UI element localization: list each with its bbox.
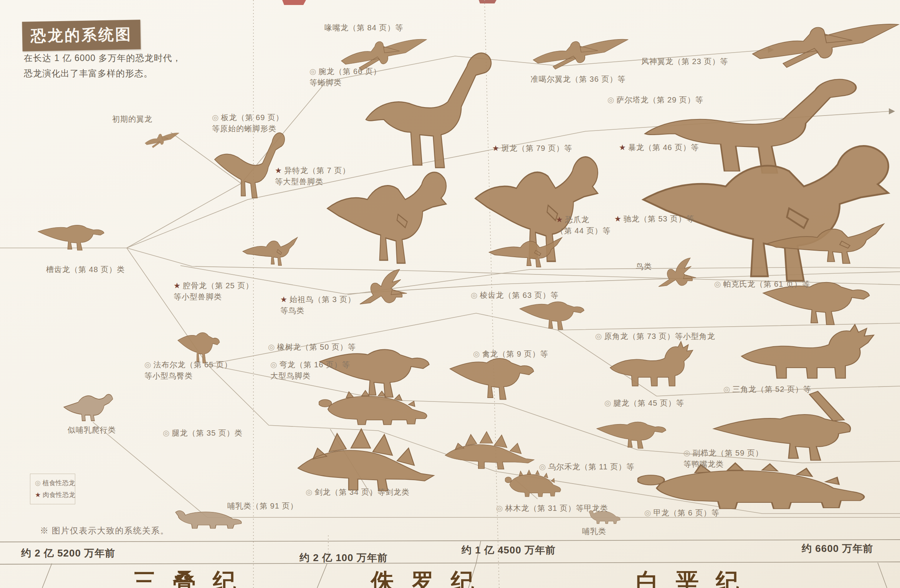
ankylosaurus-illustration bbox=[637, 463, 864, 509]
jurassic-mammal-illustration bbox=[175, 511, 242, 529]
label-thecodontosaurus: 槽齿龙（第 48 页）类 bbox=[46, 264, 125, 275]
label-hypsilophodon: ◎棱齿龙（第 63 页）等 bbox=[471, 290, 559, 301]
legend-carnivore-label: 肉食性恐龙 bbox=[43, 491, 75, 499]
timeline-date-jurassic-start: 约 2 亿 100 万年前 bbox=[299, 551, 388, 565]
cretaceous-bird-illustration bbox=[658, 258, 696, 287]
label-dsungaripterus: 准噶尔翼龙（第 36 页）等 bbox=[531, 74, 625, 85]
herbivore-marker-icon: ◎ bbox=[496, 504, 503, 512]
quetzalcoatlus-illustration bbox=[753, 24, 898, 68]
coelophysis-illustration bbox=[243, 237, 298, 265]
label-stegosaurus: ◎剑龙（第 34 页）等剑龙类 bbox=[306, 487, 410, 498]
label-tyrannosaurus: ★暴龙（第 46 页）等 bbox=[619, 142, 699, 153]
label-parksosaurus: ◎帕克氏龙（第 61 页）等 bbox=[714, 279, 810, 290]
label-coelophysis: ★腔骨龙（第 25 页）等小型兽脚类 bbox=[174, 280, 253, 302]
label-wuerhosaurus: ◎乌尔禾龙（第 11 页）等 bbox=[539, 461, 634, 472]
saltasaurus-illustration bbox=[645, 79, 856, 173]
label-jurassic-mammals: 哺乳类（第 91 页） bbox=[227, 500, 298, 512]
early-pterosaur-illustration bbox=[145, 133, 179, 148]
legend-herbivore: ◎植食性恐龙 bbox=[35, 477, 75, 489]
herbivore-marker-icon: ◎ bbox=[471, 291, 478, 299]
herbivore-marker-icon: ◎ bbox=[539, 462, 546, 471]
triceratops-illustration bbox=[741, 325, 874, 378]
carnivore-marker-icon: ★ bbox=[275, 166, 282, 175]
herbivore-marker-icon: ◎ bbox=[306, 488, 313, 496]
label-triceratops: ◎三角龙（第 52 页）等 bbox=[723, 384, 811, 395]
timeline-date-triassic-start: 约 2 亿 5200 万年前 bbox=[21, 547, 115, 560]
protoceratops-illustration bbox=[610, 342, 693, 386]
label-birds: 鸟类 bbox=[636, 261, 652, 272]
herbivore-marker-icon: ◎ bbox=[723, 385, 730, 393]
timeline-date-cretaceous-start: 约 1 亿 4500 万年前 bbox=[462, 543, 556, 557]
label-deinonychus: ★恐爪龙（第 44 页）等 bbox=[556, 214, 610, 236]
brachiosaurus-illustration bbox=[366, 53, 491, 168]
carnivore-marker-icon: ★ bbox=[492, 144, 500, 152]
period-triassic: 三叠纪 bbox=[133, 567, 253, 588]
label-ankylosaurus: ◎甲龙（第 6 页）等 bbox=[644, 507, 720, 519]
archaeopteryx-illustration bbox=[360, 269, 407, 304]
herbivore-marker-icon: ◎ bbox=[212, 113, 219, 122]
label-protoceratops: ◎原角龙（第 73 页）等小型角龙 bbox=[595, 331, 715, 342]
label-plateosaurus: ◎板龙（第 69 页）等原始的蜥脚形类 bbox=[212, 112, 284, 134]
legend-carnivore: ★肉食性恐龙 bbox=[35, 489, 75, 501]
label-camptosaurus: ◎弯龙（第 16 页）等大型鸟脚类 bbox=[270, 359, 350, 382]
label-dryosaurus: ◎橡树龙（第 50 页）等 bbox=[268, 342, 356, 353]
page-edge-marks bbox=[282, 0, 496, 5]
footnote: ※ 图片仅表示大致的系统关系。 bbox=[40, 525, 169, 537]
label-silvisaurus: ◎林木龙（第 31 页）等甲龙类 bbox=[496, 503, 608, 514]
herbivore-marker-icon: ◎ bbox=[163, 429, 170, 437]
period-cretaceous: 白垩纪 bbox=[636, 567, 756, 588]
carnivore-marker-icon: ★ bbox=[556, 215, 563, 224]
label-cretaceous-mammals: 哺乳类 bbox=[582, 526, 606, 537]
herbivore-marker-icon: ◎ bbox=[309, 67, 316, 76]
hypsilophodon-illustration bbox=[520, 302, 584, 329]
label-iguanodon: ◎禽龙（第 9 页）等 bbox=[473, 349, 548, 360]
label-rhamphorhynchus: 喙嘴龙（第 84 页）等 bbox=[324, 22, 403, 33]
wuerhosaurus-illustration bbox=[445, 432, 534, 469]
legend-herbivore-label: 植食性恐龙 bbox=[43, 479, 75, 487]
thecodontosaurus-illustration bbox=[38, 225, 104, 250]
herbivore-marker-icon: ◎ bbox=[595, 332, 602, 340]
timeline-date-cretaceous-end: 约 6600 万年前 bbox=[802, 542, 873, 555]
carnivore-marker-icon: ★ bbox=[619, 143, 626, 152]
herbivore-marker-icon: ◎ bbox=[607, 96, 614, 104]
label-quetzalcoatlus: 风神翼龙（第 23 页）等 bbox=[641, 56, 728, 67]
tenontosaurus-illustration bbox=[597, 422, 666, 448]
arrow-right-icon bbox=[889, 108, 895, 114]
period-jurassic: 侏罗纪 bbox=[371, 567, 491, 588]
label-saltasaurus: ◎萨尔塔龙（第 29 页）等 bbox=[607, 94, 703, 106]
label-allosaurus: ★异特龙（第 7 页）等大型兽脚类 bbox=[275, 165, 350, 187]
fabrosaurus-illustration bbox=[178, 333, 220, 363]
carnivore-marker-icon: ★ bbox=[35, 491, 41, 499]
plateosaurus-illustration bbox=[215, 133, 285, 198]
herbivore-marker-icon: ◎ bbox=[270, 360, 277, 369]
page-subtitle-line1: 在长达 1 亿 6000 多万年的恐龙时代， bbox=[24, 52, 182, 64]
carnivore-marker-icon: ★ bbox=[174, 281, 181, 290]
page-title: 恐龙的系统图 bbox=[22, 20, 141, 51]
herbivore-marker-icon: ◎ bbox=[144, 360, 151, 369]
herbivore-marker-icon: ◎ bbox=[473, 350, 480, 358]
label-megalosaurus: ★斑龙（第 79 页）等 bbox=[492, 143, 572, 154]
legend: ◎植食性恐龙 ★肉食性恐龙 bbox=[30, 474, 75, 504]
page-subtitle-line2: 恐龙演化出了丰富多样的形态。 bbox=[24, 68, 153, 79]
herbivore-marker-icon: ◎ bbox=[35, 479, 41, 487]
label-fabrosaurus: ◎法布尔龙（第 65 页）等小型鸟臀类 bbox=[144, 359, 232, 382]
label-archaeopteryx: ★始祖鸟（第 3 页）等鸟类 bbox=[280, 294, 356, 316]
scelidosaurus-illustration bbox=[319, 390, 427, 424]
label-tenontosaurus: ◎腱龙（第 45 页）等 bbox=[604, 398, 684, 409]
dinosaur-phylogeny-page: 恐龙的系统图 在长达 1 亿 6000 多万年的恐龙时代， 恐龙演化出了丰富多样… bbox=[0, 0, 900, 588]
label-parasaurolophus: ◎副栉龙（第 59 页）等鸭嘴龙类 bbox=[683, 448, 763, 470]
carnivore-marker-icon: ★ bbox=[614, 215, 622, 223]
dinosaur-illustrations bbox=[38, 24, 898, 529]
label-early-pterosaur: 初期的翼龙 bbox=[112, 114, 152, 125]
phylogeny-artwork bbox=[0, 0, 900, 588]
herbivore-marker-icon: ◎ bbox=[644, 509, 651, 517]
label-scelidosaurus: ◎腿龙（第 35 页）类 bbox=[163, 428, 243, 439]
label-brachiosaurus: ◎腕龙（第 66 页）等蜥脚类 bbox=[309, 66, 381, 88]
carnivore-marker-icon: ★ bbox=[280, 295, 288, 304]
mammal-like-reptile-illustration bbox=[64, 394, 113, 421]
label-mammal-like-reptiles: 似哺乳爬行类 bbox=[68, 424, 116, 436]
herbivore-marker-icon: ◎ bbox=[268, 343, 275, 351]
iguanodon-illustration bbox=[450, 358, 534, 400]
label-dromaeosaurus: ★驰龙（第 53 页）等 bbox=[614, 213, 694, 225]
herbivore-marker-icon: ◎ bbox=[714, 280, 721, 288]
